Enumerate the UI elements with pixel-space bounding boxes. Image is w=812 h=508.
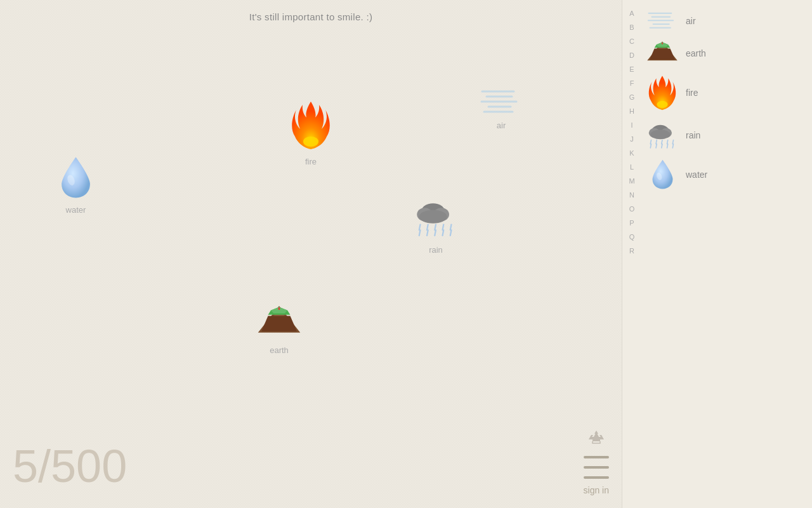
sidebar-earth-label: earth <box>686 48 706 58</box>
top-message: It's still important to smile. :) <box>0 11 622 22</box>
sidebar-rain-label: rain <box>686 130 700 140</box>
alpha-q[interactable]: Q <box>629 230 635 244</box>
alpha-a[interactable]: A <box>629 6 634 20</box>
water-icon <box>60 156 91 200</box>
alpha-k[interactable]: K <box>629 146 634 160</box>
earth-icon <box>646 41 678 66</box>
alpha-e[interactable]: E <box>629 62 634 76</box>
alpha-n[interactable]: N <box>629 188 634 202</box>
svg-line-52 <box>672 144 673 148</box>
rain-icon <box>646 119 678 151</box>
recycle-icon <box>587 429 606 448</box>
air-icon <box>479 89 523 118</box>
air-icon <box>479 89 523 116</box>
water-icon <box>60 156 91 203</box>
menu-bar-2 <box>584 466 609 469</box>
svg-point-38 <box>657 101 667 108</box>
svg-line-13 <box>435 225 436 231</box>
air-label: air <box>497 121 506 130</box>
alpha-m[interactable]: M <box>629 174 634 188</box>
svg-point-1 <box>303 137 318 147</box>
svg-line-19 <box>443 230 444 236</box>
svg-line-44 <box>656 140 657 144</box>
sidebar-air-label: air <box>686 16 696 26</box>
alpha-b[interactable]: B <box>629 20 634 34</box>
water-icon <box>652 159 674 190</box>
sidebar-element-air[interactable]: air <box>641 5 806 37</box>
sidebar: ABCDEFGHIJKLMNOPQR air earth fire rain <box>622 0 812 508</box>
alpha-l[interactable]: L <box>630 160 634 174</box>
fire-icon <box>289 98 333 152</box>
sidebar-element-water[interactable]: water <box>641 155 806 194</box>
menu-bar-3 <box>584 476 609 479</box>
menu-bar-1 <box>584 456 609 458</box>
play-element-air[interactable]: air <box>479 89 523 130</box>
sidebar-air-icon <box>646 11 678 30</box>
earth-label: earth <box>270 345 289 355</box>
alpha-h[interactable]: H <box>629 104 634 118</box>
sidebar-element-earth[interactable]: earth <box>641 37 806 70</box>
alpha-r[interactable]: R <box>629 244 634 258</box>
play-area[interactable]: It's still important to smile. :) water … <box>0 0 622 508</box>
play-element-earth[interactable]: earth <box>257 305 301 355</box>
rain-icon <box>414 196 458 243</box>
svg-line-48 <box>650 144 651 148</box>
sidebar-rain-icon <box>646 119 678 151</box>
elements-list: air earth fire rain <box>641 0 812 508</box>
svg-line-47 <box>672 140 673 144</box>
sidebar-water-icon <box>646 159 678 190</box>
svg-line-15 <box>450 225 452 231</box>
svg-line-51 <box>667 144 668 148</box>
alpha-c[interactable]: C <box>629 34 634 48</box>
svg-line-20 <box>450 230 452 236</box>
rain-label: rain <box>429 245 443 255</box>
sidebar-earth-icon <box>646 41 678 66</box>
svg-line-49 <box>656 144 657 148</box>
svg-line-16 <box>419 230 421 236</box>
alpha-j[interactable]: J <box>630 132 634 146</box>
alpha-o[interactable]: O <box>629 202 635 216</box>
svg-line-14 <box>443 225 444 231</box>
fire-icon <box>646 74 678 112</box>
earth-icon <box>257 305 301 340</box>
play-element-fire[interactable]: fire <box>289 98 333 166</box>
alpha-index: ABCDEFGHIJKLMNOPQR <box>622 0 641 508</box>
svg-line-45 <box>662 140 662 144</box>
bottom-buttons: sign in <box>584 425 609 495</box>
sidebar-water-label: water <box>686 170 707 180</box>
earth-icon <box>257 305 301 343</box>
rain-icon <box>414 196 458 240</box>
svg-marker-34 <box>650 49 675 60</box>
svg-line-12 <box>427 225 428 231</box>
alpha-p[interactable]: P <box>629 216 634 230</box>
svg-line-43 <box>650 140 651 144</box>
alpha-d[interactable]: D <box>629 48 634 62</box>
svg-line-11 <box>419 225 421 231</box>
play-element-rain[interactable]: rain <box>414 196 458 255</box>
alpha-i[interactable]: I <box>631 118 632 132</box>
alpha-g[interactable]: G <box>629 90 635 104</box>
svg-line-46 <box>667 140 668 144</box>
sidebar-fire-icon <box>646 74 678 112</box>
svg-marker-23 <box>261 316 297 332</box>
svg-line-50 <box>662 144 662 148</box>
play-element-water[interactable]: water <box>60 156 91 215</box>
svg-line-18 <box>435 230 436 236</box>
air-icon <box>646 11 678 30</box>
svg-line-17 <box>427 230 428 236</box>
sign-in-button[interactable]: sign in <box>584 485 609 495</box>
svg-point-42 <box>650 130 670 139</box>
alpha-f[interactable]: F <box>630 76 634 90</box>
sidebar-element-fire[interactable]: fire <box>641 70 806 116</box>
sidebar-fire-label: fire <box>686 88 698 98</box>
fire-icon <box>289 98 333 154</box>
sidebar-element-rain[interactable]: rain <box>641 116 806 155</box>
score-counter: 5/500 <box>13 443 127 489</box>
menu-button[interactable] <box>584 456 609 479</box>
sidebar-inner: ABCDEFGHIJKLMNOPQR air earth fire rain <box>622 0 812 508</box>
fire-label: fire <box>305 157 317 166</box>
recycle-button[interactable] <box>584 425 609 451</box>
svg-point-10 <box>419 210 447 224</box>
water-label: water <box>66 205 86 215</box>
